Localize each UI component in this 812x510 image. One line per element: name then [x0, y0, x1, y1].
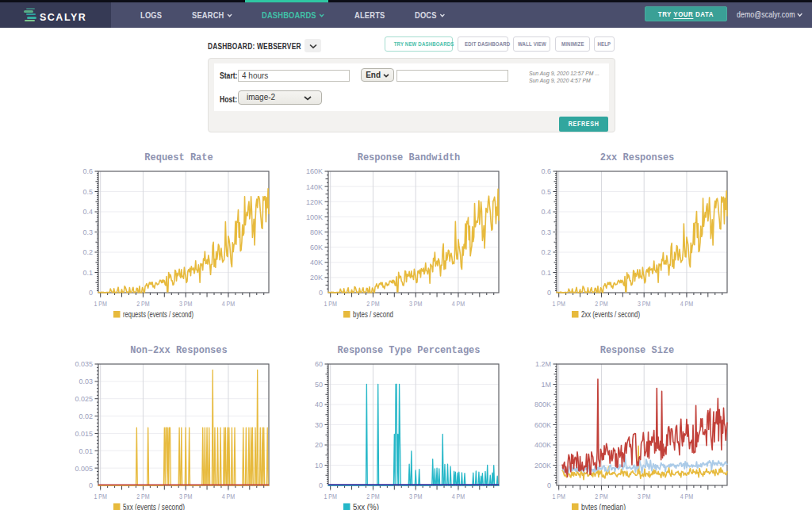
svg-text:Non–2xx Responses: Non–2xx Responses — [130, 345, 227, 356]
svg-text:0.025: 0.025 — [75, 395, 93, 403]
svg-text:0.03: 0.03 — [79, 378, 93, 385]
svg-text:0.5: 0.5 — [82, 188, 93, 196]
svg-text:0.2: 0.2 — [82, 248, 93, 256]
svg-text:0: 0 — [547, 481, 551, 489]
svg-text:40: 40 — [315, 401, 323, 408]
svg-text:10: 10 — [315, 462, 323, 470]
svg-text:Request Rate: Request Rate — [144, 152, 213, 163]
svg-text:2 PM: 2 PM — [595, 299, 608, 308]
svg-text:0.3: 0.3 — [82, 228, 93, 236]
svg-text:4 PM: 4 PM — [680, 492, 694, 500]
svg-text:0: 0 — [547, 289, 551, 297]
svg-text:2 PM: 2 PM — [366, 299, 380, 308]
svg-text:2 PM: 2 PM — [595, 492, 608, 500]
svg-text:0.6: 0.6 — [541, 167, 551, 175]
svg-text:120K: 120K — [306, 198, 323, 206]
svg-text:0.4: 0.4 — [82, 208, 93, 216]
svg-text:bytes / second: bytes / second — [353, 309, 393, 319]
svg-text:1.2M: 1.2M — [535, 360, 551, 368]
svg-text:50: 50 — [315, 381, 323, 389]
svg-text:30: 30 — [315, 421, 323, 429]
svg-text:160K: 160K — [306, 167, 323, 175]
svg-text:4 PM: 4 PM — [680, 299, 694, 308]
svg-text:140K: 140K — [306, 183, 323, 191]
svg-text:4 PM: 4 PM — [222, 492, 236, 500]
svg-text:requests (events / second): requests (events / second) — [123, 309, 193, 319]
svg-text:Response Type Percentages: Response Type Percentages — [337, 345, 480, 356]
svg-text:60: 60 — [315, 360, 323, 368]
svg-text:2xx Responses: 2xx Responses — [600, 152, 675, 163]
svg-text:20K: 20K — [310, 274, 323, 282]
svg-text:1 PM: 1 PM — [324, 492, 337, 500]
svg-text:3 PM: 3 PM — [409, 492, 423, 500]
svg-text:0.6: 0.6 — [82, 167, 93, 175]
svg-text:Response Size: Response Size — [600, 345, 675, 356]
svg-text:1 PM: 1 PM — [552, 492, 565, 500]
svg-text:4 PM: 4 PM — [452, 299, 465, 308]
svg-text:100K: 100K — [306, 213, 323, 221]
svg-text:0: 0 — [319, 289, 323, 297]
svg-text:60K: 60K — [310, 243, 323, 251]
svg-text:1 PM: 1 PM — [324, 299, 337, 308]
svg-text:0: 0 — [89, 481, 93, 489]
svg-text:3 PM: 3 PM — [409, 299, 423, 308]
svg-text:0.035: 0.035 — [75, 360, 93, 368]
svg-text:0.5: 0.5 — [541, 188, 551, 196]
svg-text:0.2: 0.2 — [541, 248, 551, 256]
svg-text:0.1: 0.1 — [82, 269, 93, 277]
svg-text:1 PM: 1 PM — [552, 299, 565, 308]
svg-text:3 PM: 3 PM — [638, 492, 651, 500]
svg-text:2xx (events / second): 2xx (events / second) — [581, 309, 640, 319]
svg-text:0: 0 — [89, 289, 93, 297]
svg-text:1 PM: 1 PM — [94, 299, 107, 308]
svg-text:3 PM: 3 PM — [179, 492, 193, 500]
svg-text:4 PM: 4 PM — [452, 492, 465, 500]
svg-text:2 PM: 2 PM — [136, 299, 150, 308]
svg-text:3 PM: 3 PM — [179, 299, 193, 308]
svg-text:3 PM: 3 PM — [638, 299, 651, 308]
svg-text:Response Bandwidth: Response Bandwidth — [358, 152, 461, 163]
svg-text:2 PM: 2 PM — [366, 492, 380, 500]
svg-text:0.1: 0.1 — [541, 269, 551, 277]
svg-text:bytes (median): bytes (median) — [581, 502, 626, 510]
svg-text:0.02: 0.02 — [79, 412, 93, 420]
svg-text:1 PM: 1 PM — [94, 492, 107, 500]
svg-text:400K: 400K — [534, 441, 551, 449]
svg-text:800K: 800K — [534, 401, 551, 408]
svg-text:20: 20 — [315, 441, 323, 449]
svg-text:5xx (events / second): 5xx (events / second) — [123, 502, 185, 510]
svg-text:0.015: 0.015 — [75, 430, 93, 438]
svg-text:40K: 40K — [310, 259, 323, 267]
svg-text:1M: 1M — [541, 381, 551, 389]
svg-text:80K: 80K — [310, 228, 323, 236]
svg-text:2 PM: 2 PM — [136, 492, 150, 500]
svg-text:5xx (%): 5xx (%) — [353, 502, 379, 510]
svg-text:0.01: 0.01 — [79, 447, 93, 455]
svg-text:600K: 600K — [534, 421, 551, 429]
svg-text:4 PM: 4 PM — [222, 299, 236, 308]
svg-text:0.3: 0.3 — [541, 228, 551, 236]
svg-text:0.005: 0.005 — [75, 465, 93, 473]
svg-text:200K: 200K — [534, 462, 551, 470]
svg-text:0.4: 0.4 — [541, 208, 551, 216]
svg-text:0: 0 — [319, 481, 323, 489]
